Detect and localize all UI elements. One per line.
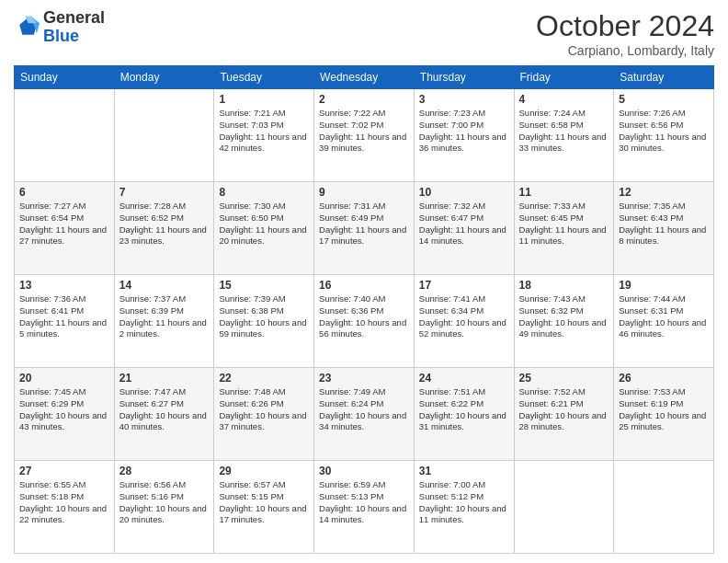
cell-info: Sunrise: 7:43 AMSunset: 6:32 PMDaylight:… [519, 293, 609, 340]
col-header-sunday: Sunday [15, 66, 115, 89]
calendar-cell: 17Sunrise: 7:41 AMSunset: 6:34 PMDayligh… [414, 275, 514, 368]
calendar-cell: 3Sunrise: 7:23 AMSunset: 7:00 PMDaylight… [414, 89, 514, 182]
cell-info: Sunrise: 7:49 AMSunset: 6:24 PMDaylight:… [319, 386, 409, 433]
calendar-cell: 26Sunrise: 7:53 AMSunset: 6:19 PMDayligh… [614, 368, 714, 461]
calendar-cell: 10Sunrise: 7:32 AMSunset: 6:47 PMDayligh… [414, 182, 514, 275]
cell-info: Sunrise: 7:51 AMSunset: 6:22 PMDaylight:… [419, 386, 509, 433]
calendar-cell: 4Sunrise: 7:24 AMSunset: 6:58 PMDaylight… [514, 89, 614, 182]
day-number: 30 [319, 465, 409, 477]
calendar-cell: 16Sunrise: 7:40 AMSunset: 6:36 PMDayligh… [314, 275, 415, 368]
logo: General Blue [14, 9, 105, 46]
cell-info: Sunrise: 7:24 AMSunset: 6:58 PMDaylight:… [519, 108, 609, 155]
day-number: 8 [219, 186, 309, 199]
day-number: 31 [419, 465, 509, 477]
logo-text: General Blue [43, 9, 105, 46]
page: General Blue October 2024 Carpiano, Lomb… [0, 0, 728, 563]
day-number: 3 [419, 93, 509, 106]
cell-info: Sunrise: 7:33 AMSunset: 6:45 PMDaylight:… [519, 201, 609, 247]
calendar-cell: 22Sunrise: 7:48 AMSunset: 6:26 PMDayligh… [214, 368, 314, 461]
day-number: 1 [219, 93, 309, 106]
day-number: 5 [619, 93, 709, 106]
calendar-cell: 13Sunrise: 7:36 AMSunset: 6:41 PMDayligh… [15, 275, 115, 368]
day-number: 19 [619, 279, 709, 292]
cell-info: Sunrise: 7:41 AMSunset: 6:34 PMDaylight:… [419, 293, 509, 340]
location: Carpiano, Lombardy, Italy [536, 43, 714, 58]
calendar-cell: 15Sunrise: 7:39 AMSunset: 6:38 PMDayligh… [214, 275, 314, 368]
day-number: 14 [119, 279, 210, 292]
cell-info: Sunrise: 6:55 AMSunset: 5:18 PMDaylight:… [19, 479, 109, 526]
calendar-table: SundayMondayTuesdayWednesdayThursdayFrid… [14, 65, 714, 554]
col-header-monday: Monday [114, 66, 214, 89]
logo-icon [14, 15, 40, 40]
cell-info: Sunrise: 7:44 AMSunset: 6:31 PMDaylight:… [619, 293, 709, 340]
col-header-wednesday: Wednesday [314, 66, 415, 89]
cell-info: Sunrise: 7:48 AMSunset: 6:26 PMDaylight:… [219, 386, 309, 433]
calendar-cell: 31Sunrise: 7:00 AMSunset: 5:12 PMDayligh… [414, 461, 514, 554]
day-number: 10 [419, 186, 509, 199]
cell-info: Sunrise: 7:28 AMSunset: 6:52 PMDaylight:… [119, 201, 210, 247]
calendar-cell: 25Sunrise: 7:52 AMSunset: 6:21 PMDayligh… [514, 368, 614, 461]
calendar-cell: 14Sunrise: 7:37 AMSunset: 6:39 PMDayligh… [114, 275, 214, 368]
cell-info: Sunrise: 7:26 AMSunset: 6:56 PMDaylight:… [619, 108, 709, 155]
day-number: 2 [319, 93, 409, 106]
day-number: 12 [619, 186, 709, 199]
calendar-cell: 8Sunrise: 7:30 AMSunset: 6:50 PMDaylight… [214, 182, 314, 275]
cell-info: Sunrise: 7:47 AMSunset: 6:27 PMDaylight:… [119, 386, 210, 433]
day-number: 22 [219, 372, 309, 385]
calendar-cell [614, 461, 714, 554]
day-number: 7 [119, 186, 210, 199]
col-header-tuesday: Tuesday [214, 66, 314, 89]
cell-info: Sunrise: 7:35 AMSunset: 6:43 PMDaylight:… [619, 201, 709, 247]
calendar-cell: 7Sunrise: 7:28 AMSunset: 6:52 PMDaylight… [114, 182, 214, 275]
calendar-cell: 5Sunrise: 7:26 AMSunset: 6:56 PMDaylight… [614, 89, 714, 182]
calendar-cell: 18Sunrise: 7:43 AMSunset: 6:32 PMDayligh… [514, 275, 614, 368]
calendar-cell: 19Sunrise: 7:44 AMSunset: 6:31 PMDayligh… [614, 275, 714, 368]
calendar-cell: 27Sunrise: 6:55 AMSunset: 5:18 PMDayligh… [15, 461, 115, 554]
header: General Blue October 2024 Carpiano, Lomb… [14, 9, 714, 58]
calendar-cell: 9Sunrise: 7:31 AMSunset: 6:49 PMDaylight… [314, 182, 415, 275]
day-number: 29 [219, 465, 309, 477]
col-header-saturday: Saturday [614, 66, 714, 89]
title-block: October 2024 Carpiano, Lombardy, Italy [536, 9, 714, 58]
day-number: 21 [119, 372, 210, 385]
calendar-cell: 11Sunrise: 7:33 AMSunset: 6:45 PMDayligh… [514, 182, 614, 275]
calendar-cell: 20Sunrise: 7:45 AMSunset: 6:29 PMDayligh… [15, 368, 115, 461]
day-number: 16 [319, 279, 409, 292]
calendar-cell: 29Sunrise: 6:57 AMSunset: 5:15 PMDayligh… [214, 461, 314, 554]
day-number: 25 [519, 372, 609, 385]
calendar-cell: 30Sunrise: 6:59 AMSunset: 5:13 PMDayligh… [314, 461, 415, 554]
col-header-friday: Friday [514, 66, 614, 89]
calendar-cell [114, 89, 214, 182]
calendar-cell [15, 89, 115, 182]
cell-info: Sunrise: 7:00 AMSunset: 5:12 PMDaylight:… [419, 479, 509, 526]
day-number: 13 [19, 279, 109, 292]
day-number: 11 [519, 186, 609, 199]
cell-info: Sunrise: 7:52 AMSunset: 6:21 PMDaylight:… [519, 386, 609, 433]
calendar-cell: 24Sunrise: 7:51 AMSunset: 6:22 PMDayligh… [414, 368, 514, 461]
cell-info: Sunrise: 6:56 AMSunset: 5:16 PMDaylight:… [119, 479, 210, 526]
day-number: 24 [419, 372, 509, 385]
month-title: October 2024 [536, 9, 714, 43]
cell-info: Sunrise: 7:30 AMSunset: 6:50 PMDaylight:… [219, 201, 309, 247]
calendar-cell: 6Sunrise: 7:27 AMSunset: 6:54 PMDaylight… [15, 182, 115, 275]
cell-info: Sunrise: 7:53 AMSunset: 6:19 PMDaylight:… [619, 386, 709, 433]
calendar-cell: 23Sunrise: 7:49 AMSunset: 6:24 PMDayligh… [314, 368, 415, 461]
day-number: 26 [619, 372, 709, 385]
cell-info: Sunrise: 7:23 AMSunset: 7:00 PMDaylight:… [419, 108, 509, 155]
day-number: 15 [219, 279, 309, 292]
cell-info: Sunrise: 6:57 AMSunset: 5:15 PMDaylight:… [219, 479, 309, 526]
calendar-cell: 21Sunrise: 7:47 AMSunset: 6:27 PMDayligh… [114, 368, 214, 461]
cell-info: Sunrise: 7:31 AMSunset: 6:49 PMDaylight:… [319, 201, 409, 247]
day-number: 6 [19, 186, 109, 199]
cell-info: Sunrise: 7:40 AMSunset: 6:36 PMDaylight:… [319, 293, 409, 340]
cell-info: Sunrise: 7:36 AMSunset: 6:41 PMDaylight:… [19, 293, 109, 340]
calendar-cell: 12Sunrise: 7:35 AMSunset: 6:43 PMDayligh… [614, 182, 714, 275]
cell-info: Sunrise: 7:22 AMSunset: 7:02 PMDaylight:… [319, 108, 409, 155]
cell-info: Sunrise: 7:21 AMSunset: 7:03 PMDaylight:… [219, 108, 309, 155]
cell-info: Sunrise: 7:32 AMSunset: 6:47 PMDaylight:… [419, 201, 509, 247]
day-number: 18 [519, 279, 609, 292]
day-number: 9 [319, 186, 409, 199]
calendar-cell: 2Sunrise: 7:22 AMSunset: 7:02 PMDaylight… [314, 89, 415, 182]
cell-info: Sunrise: 6:59 AMSunset: 5:13 PMDaylight:… [319, 479, 409, 526]
col-header-thursday: Thursday [414, 66, 514, 89]
